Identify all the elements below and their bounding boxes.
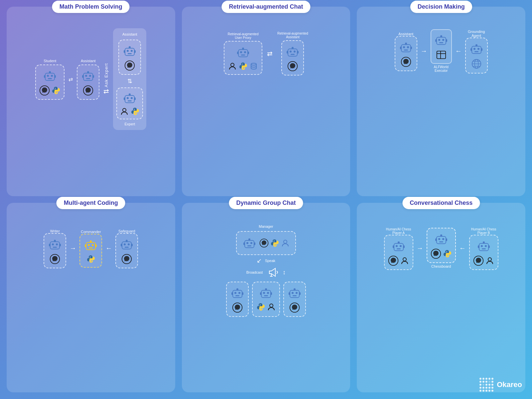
commander-box: [79, 234, 102, 268]
expert-box: [116, 87, 143, 119]
section-multiagent-title: Multi-agent Coding: [57, 197, 125, 209]
math-content: Student ⇄ Assistant: [13, 13, 169, 190]
safeguard-box: [115, 233, 138, 268]
section-groupchat: Dynamic Group Chat Manager: [182, 203, 350, 392]
okareo-logo: Okareo: [479, 378, 522, 392]
group-member-2: [252, 282, 280, 317]
retrieval-user-proxy: Retrieval-augmentedUser Proxy: [224, 32, 262, 75]
okareo-text: Okareo: [497, 380, 522, 389]
chess-b-box: [469, 235, 498, 270]
section-math-title: Math Problem Solving: [52, 1, 130, 13]
section-retrieval: Retrieval-augmented Chat Retrieval-augme…: [182, 7, 350, 196]
student-box: [35, 65, 65, 100]
retrieval-assistant: Retrieval-augmentedAssistant: [277, 32, 308, 75]
writer-box: [44, 233, 66, 268]
commander-agent: Commander: [79, 228, 102, 268]
groupchat-content: Manager ↙ Speak: [189, 209, 344, 386]
decision-assistant: Assistant: [395, 31, 417, 71]
section-groupchat-title: Dynamic Group Chat: [229, 197, 303, 209]
manager-box: [236, 231, 296, 255]
writer-agent: Writer: [44, 228, 66, 268]
section-decision-title: Decision Making: [410, 1, 472, 13]
alfworld-box: [431, 29, 452, 64]
user-proxy-box: [224, 41, 262, 75]
chess-player-b: Human/AI ChessPlayer B: [469, 226, 498, 270]
panel-assistant-box: [118, 40, 141, 75]
chessboard-agent: Chessboard: [427, 228, 456, 268]
multiagent-content: Writer → Commander ←: [13, 209, 169, 386]
section-math: Math Problem Solving Student ⇄: [7, 7, 175, 196]
section-chess: Conversational Chess Human/AI ChessPlaye…: [357, 203, 525, 392]
group-member-3: [283, 282, 306, 317]
group-member-1: [226, 282, 249, 317]
grounding-agent: GroundingAgent: [465, 28, 488, 73]
section-retrieval-title: Retrieval-augmented Chat: [221, 1, 310, 13]
chess-a-box: [384, 235, 413, 270]
chess-player-a: Human/AI ChessPlayer A: [384, 226, 413, 270]
alfworld-executor: ALFWorldExecutor: [431, 29, 452, 72]
chess-content: Human/AI ChessPlayer A →: [363, 209, 519, 386]
commander-label: Commander: [81, 230, 101, 234]
assistant-left-label: Assistant: [81, 59, 96, 63]
main-container: Math Problem Solving Student ⇄: [7, 7, 525, 392]
retrieval-assistant-box: [281, 40, 304, 75]
assistant-left-agent: Assistant: [77, 59, 99, 100]
assistant-left-box: [77, 65, 99, 100]
section-multiagent: Multi-agent Coding Writer → Commander: [7, 203, 175, 392]
retrieval-content: Retrieval-augmentedUser Proxy ⇄ Retrieva: [189, 13, 344, 190]
student-label: Student: [44, 59, 56, 63]
okareo-dot-grid: [479, 378, 493, 392]
section-decision: Decision Making Assistant →: [357, 7, 525, 196]
chessboard-box: [427, 228, 456, 263]
safeguard-agent: Safeguard: [115, 228, 138, 268]
decision-assistant-box: [395, 36, 417, 71]
decision-content: Assistant → ALFWorldExecutor: [363, 13, 519, 190]
grounding-agent-box: [465, 38, 488, 73]
student-agent: Student: [35, 59, 65, 100]
section-chess-title: Conversational Chess: [402, 197, 480, 209]
